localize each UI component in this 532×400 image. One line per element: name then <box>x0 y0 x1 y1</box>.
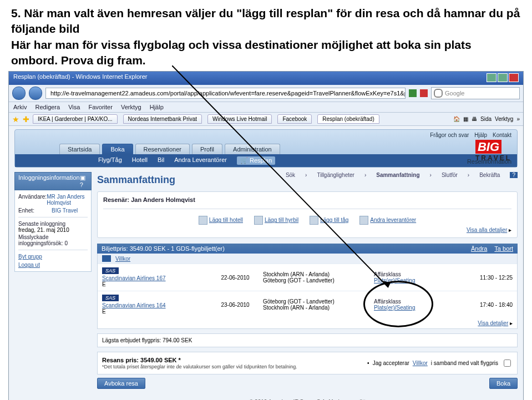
flight-times: 11:30 - 12:25 <box>452 275 513 281</box>
train-icon <box>310 216 318 225</box>
accept-terms-link[interactable]: Villkor <box>413 360 428 366</box>
car-icon <box>254 216 263 225</box>
user-label: Användare: <box>18 194 47 206</box>
sas-logo: SAS <box>102 267 119 274</box>
step-sammanf: Sammanfattning <box>376 172 419 178</box>
menu-favoriter[interactable]: Favoriter <box>88 104 112 110</box>
flights-table: Villkor SAS Scandinavian Airlines 167 E … <box>97 254 518 329</box>
page-content: Frågor och svar Hjälp Kontakt BIG TRAVEL… <box>9 126 523 400</box>
link-contact[interactable]: Kontakt <box>493 132 511 138</box>
menu-arkiv[interactable]: Arkiv <box>13 104 27 110</box>
traveler-label: Resenär: <box>103 196 129 203</box>
instruction-line2: Här har man för vissa flygbolag och viss… <box>11 37 521 69</box>
sidebar-toggle-icon[interactable]: ▣ ? <box>80 174 88 188</box>
more-icon[interactable]: » <box>516 116 520 122</box>
terms-link[interactable]: Villkor <box>115 256 130 262</box>
subtab-bil[interactable]: Bil <box>158 156 164 165</box>
show-details[interactable]: Visa detaljer <box>478 320 508 326</box>
airline-link: Scandinavian Airlines 164 <box>102 302 207 308</box>
reseinfo-link[interactable]: Reseinformation <box>467 158 511 165</box>
change-group-link[interactable]: Byt grupp <box>18 254 88 260</box>
sub-tabs: Flyg/Tåg Hotell Bil Andra Leverantörer 🛒… <box>15 154 517 167</box>
tab-reservationer[interactable]: Reservationer <box>135 144 190 154</box>
stop-icon[interactable] <box>420 89 428 97</box>
tab-admin[interactable]: Administration <box>225 144 280 154</box>
logout-link[interactable]: Logga ut <box>18 262 88 268</box>
expand-icon[interactable]: ▸ <box>510 320 513 326</box>
unit-label: Enhet: <box>18 207 52 214</box>
tab-nordea[interactable]: Nordeas Internetbank Privat <box>123 114 202 124</box>
lowest-price: Lägsta erbjudet flygpris: 794.00 SEK <box>97 333 518 347</box>
traveler-name: Jan Anders Holmqvist <box>131 196 195 203</box>
feed-icon[interactable]: ▦ <box>463 116 468 122</box>
subtab-flyg[interactable]: Flyg/Tåg <box>98 156 122 165</box>
site-header: Frågor och svar Hjälp Kontakt BIG TRAVEL… <box>14 129 518 168</box>
total-note: *Det totala priset återspeglar inte de v… <box>102 364 297 369</box>
tab-boka[interactable]: Boka <box>102 144 133 154</box>
seat-link[interactable]: Plats(er)/Seating <box>374 305 452 311</box>
other-icon <box>359 216 368 225</box>
menu-redigera[interactable]: Redigera <box>36 104 60 110</box>
book-button[interactable]: Boka <box>489 378 518 389</box>
show-all-details[interactable]: Visa alla detaljer <box>467 227 507 233</box>
ticket-price: Biljettpris: 3549.00 SEK - 1 GDS-flygbil… <box>102 245 225 252</box>
menu-visa[interactable]: Visa <box>68 104 80 110</box>
menu-verktyg[interactable]: Verktyg <box>121 104 141 110</box>
footer: © 2010 Amadeus IT Group S.A. Med ensamrä… <box>97 389 518 400</box>
subtab-resplan[interactable]: 🛒 Resplan <box>237 156 275 165</box>
back-button[interactable] <box>12 87 26 100</box>
flight-times: 17:40 - 18:40 <box>452 302 513 308</box>
remove-link[interactable]: Ta bort <box>494 245 513 252</box>
accept-checkbox[interactable] <box>504 360 511 367</box>
print-icon[interactable]: 🖶 <box>472 116 477 122</box>
flight-row: SAS Scandinavian Airlines 167 E 22-06-20… <box>98 264 517 291</box>
tab-resplan[interactable]: Resplan (obekräftad) <box>317 114 379 124</box>
link-help[interactable]: Hjälp <box>474 132 487 138</box>
favorites-bar: ★ ✚ IKEA | Garderober | PAX/KO... Nordea… <box>9 113 523 126</box>
titlebar: Resplan (obekräftad) - Windows Internet … <box>9 72 523 85</box>
airline-link: Scandinavian Airlines 167 <box>102 275 207 281</box>
total-panel: Resans pris: 3549.00 SEK * *Det totala p… <box>97 352 518 374</box>
subtab-hotell[interactable]: Hotell <box>132 156 148 165</box>
instruction-text: 5. När man valt även hemresan väljer du … <box>0 0 532 71</box>
add-train-link[interactable]: Lägg till tåg <box>310 216 348 225</box>
link-faq[interactable]: Frågor och svar <box>430 132 469 138</box>
help-icon[interactable]: ? <box>510 172 518 178</box>
search-box[interactable]: Google <box>431 87 520 99</box>
flight-date: 22-06-2010 <box>207 275 263 281</box>
address-bar[interactable]: http://e-travelmanagement22.amadeus.com/… <box>45 88 406 99</box>
menu-hjalp[interactable]: Hjälp <box>150 104 164 110</box>
expand-icon[interactable]: ▸ <box>509 227 511 233</box>
add-favorite-icon[interactable]: ✚ <box>23 115 29 124</box>
tools-menu[interactable]: Verktyg <box>495 116 513 122</box>
main-tabs: Startsida Boka Reservationer Profil Admi… <box>15 140 517 154</box>
add-other-link[interactable]: Andra leverantörer <box>359 216 416 225</box>
forward-button[interactable] <box>29 87 42 100</box>
home-icon[interactable]: 🏠 <box>453 116 460 122</box>
add-hotel-link[interactable]: Lägg till hotell <box>199 216 243 225</box>
tab-hotmail[interactable]: Windows Live Hotmail <box>207 114 272 124</box>
flight-route: Göteborg (GOT - Landvetter)Stockholm (AR… <box>263 298 374 311</box>
seat-link[interactable]: Plats(er)/Seating <box>374 277 452 283</box>
accept-suffix: i samband med valt flygpris <box>431 360 498 366</box>
sidebar-title: Inloggningsinformation <box>18 174 80 188</box>
tab-profil[interactable]: Profil <box>192 144 222 154</box>
favorites-star-icon[interactable]: ★ <box>12 115 19 124</box>
page-menu[interactable]: Sida <box>480 116 492 122</box>
subtab-andra[interactable]: Andra Leverantörer <box>174 156 227 165</box>
user-value: MR Jan Anders Holmqvist <box>47 194 88 206</box>
add-car-link[interactable]: Lägg till hyrbil <box>254 216 298 225</box>
tab-startsida[interactable]: Startsida <box>59 144 100 154</box>
change-link[interactable]: Ändra <box>471 245 487 252</box>
unit-value: BIG Travel <box>52 207 78 214</box>
window-controls[interactable] <box>485 73 519 83</box>
tab-ikea[interactable]: IKEA | Garderober | PAX/KO... <box>33 114 118 124</box>
search-placeholder: Google <box>445 90 464 97</box>
price-header: Biljettpris: 3549.00 SEK - 1 GDS-flygbil… <box>97 244 518 254</box>
tab-facebook[interactable]: Facebook <box>277 114 312 124</box>
cancel-button[interactable]: Avboka resa <box>97 378 145 389</box>
refresh-icon[interactable] <box>409 89 417 97</box>
nav-row: http://e-travelmanagement22.amadeus.com/… <box>9 85 523 102</box>
search-icon <box>434 89 443 98</box>
sas-logo: SAS <box>102 295 119 301</box>
